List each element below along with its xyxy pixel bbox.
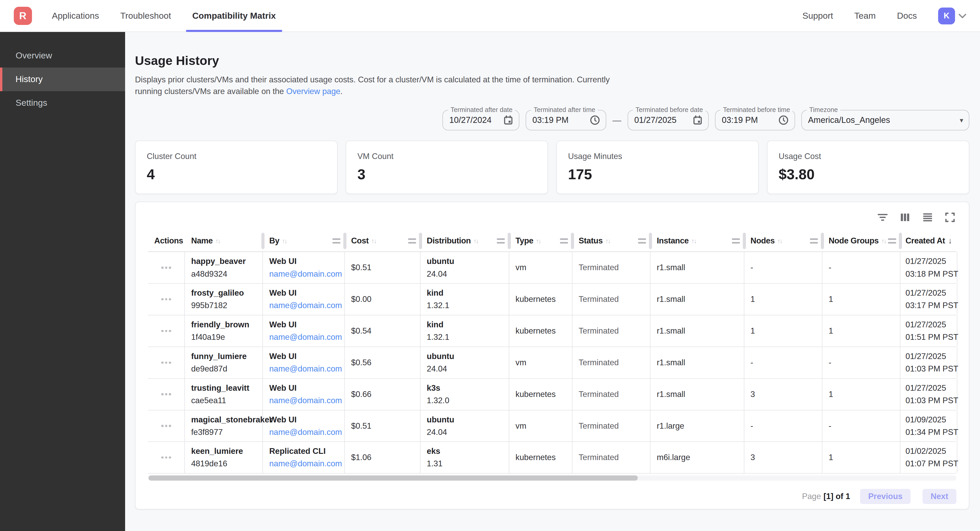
column-header-cost[interactable]: Cost ↑↓	[345, 230, 420, 252]
terminated-before-time-value[interactable]: 03:19 PM	[722, 115, 773, 125]
next-page-button[interactable]: Next	[923, 489, 956, 504]
column-resize-handle[interactable]	[560, 238, 568, 243]
creator-email-link[interactable]: name@domain.com	[269, 428, 344, 437]
sort-icon[interactable]: ↑↓	[282, 237, 286, 245]
sort-icon[interactable]: ↑↓	[215, 237, 220, 245]
sort-icon[interactable]: ↑↓	[881, 237, 886, 245]
sort-icon[interactable]: ↑↓	[777, 237, 782, 245]
row-actions-ellipsis-icon[interactable]	[154, 260, 178, 275]
table-row: magical_stonebrakerfe3f8977 Web UIname@d…	[148, 411, 956, 442]
column-resize-handle[interactable]	[497, 238, 505, 243]
column-resize-handle[interactable]	[408, 238, 416, 243]
filter-icon[interactable]	[877, 211, 889, 223]
previous-page-button[interactable]: Previous	[860, 489, 910, 504]
distribution-version: 1.31	[427, 459, 509, 468]
calendar-icon[interactable]	[503, 115, 513, 125]
fullscreen-icon[interactable]	[944, 211, 956, 223]
tab-applications[interactable]: Applications	[52, 0, 99, 32]
column-header-distribution[interactable]: Distribution ↑↓	[420, 230, 509, 252]
horizontal-scrollbar[interactable]	[148, 476, 956, 480]
columns-icon[interactable]	[899, 211, 912, 223]
sort-descending-icon[interactable]: ↓	[948, 236, 952, 246]
sort-icon[interactable]: ↑↓	[371, 237, 376, 245]
column-header-status[interactable]: Status ↑↓	[573, 230, 651, 252]
sidebar-item-overview[interactable]: Overview	[0, 44, 125, 67]
sort-icon[interactable]: ↑↓	[605, 237, 610, 245]
overview-page-link[interactable]: Overview page	[286, 87, 340, 96]
clock-icon[interactable]	[778, 115, 789, 125]
cluster-name: friendly_brown	[191, 320, 262, 329]
nodes-value: 1	[751, 295, 822, 304]
column-resize-handle[interactable]	[638, 238, 646, 243]
sort-icon[interactable]: ↑↓	[536, 237, 541, 245]
team-link[interactable]: Team	[854, 11, 876, 21]
column-header-name[interactable]: Name ↑↓	[185, 230, 263, 252]
calendar-icon[interactable]	[693, 115, 703, 125]
dropdown-caret-icon[interactable]: ▾	[960, 116, 963, 124]
sidebar-item-settings[interactable]: Settings	[0, 91, 125, 115]
terminated-before-date-value[interactable]: 01/27/2025	[634, 115, 688, 125]
terminated-after-date-field[interactable]: Terminated after date 10/27/2024	[442, 110, 519, 130]
terminated-before-time-field[interactable]: Terminated before time 03:19 PM	[715, 110, 795, 130]
timezone-select[interactable]: Timezone America/Los_Angeles ▾	[801, 110, 969, 130]
clock-icon[interactable]	[590, 115, 600, 125]
row-actions-ellipsis-icon[interactable]	[154, 292, 178, 307]
row-actions-ellipsis-icon[interactable]	[154, 355, 178, 370]
node-groups-value: 1	[829, 390, 900, 399]
topbar-right: Support Team Docs K	[802, 0, 966, 32]
row-actions-ellipsis-icon[interactable]	[154, 323, 178, 339]
distribution-name: k3s	[427, 384, 509, 393]
sort-icon[interactable]: ↑↓	[473, 237, 478, 245]
creator-email-link[interactable]: name@domain.com	[269, 269, 344, 279]
terminated-after-date-value[interactable]: 10/27/2024	[449, 115, 498, 125]
column-header-nodes[interactable]: Nodes ↑↓	[745, 230, 822, 252]
cluster-id: 995b7182	[191, 301, 262, 310]
column-resize-handle[interactable]	[810, 238, 818, 243]
tab-troubleshoot[interactable]: Troubleshoot	[120, 0, 171, 32]
top-navigation-bar: R Applications Troubleshoot Compatibilit…	[0, 0, 980, 32]
creator-email-link[interactable]: name@domain.com	[269, 333, 344, 342]
creator-email-link[interactable]: name@domain.com	[269, 459, 344, 468]
column-resize-handle[interactable]	[332, 238, 340, 243]
creator-email-link[interactable]: name@domain.com	[269, 301, 344, 310]
scrollbar-thumb[interactable]	[148, 476, 638, 480]
row-actions-ellipsis-icon[interactable]	[154, 387, 178, 402]
column-resize-handle[interactable]	[732, 238, 740, 243]
column-separator	[821, 233, 824, 249]
sort-icon[interactable]: ↑↓	[691, 237, 696, 245]
user-avatar[interactable]: K	[938, 8, 955, 24]
column-header-instance[interactable]: Instance ↑↓	[651, 230, 744, 252]
column-resize-handle[interactable]	[888, 238, 896, 243]
terminated-before-date-label: Terminated before date	[633, 106, 706, 114]
nodes-value: -	[751, 358, 822, 367]
creator-email-link[interactable]: name@domain.com	[269, 365, 344, 373]
sidebar-item-history[interactable]: History	[0, 68, 125, 91]
support-link[interactable]: Support	[802, 11, 833, 21]
terminated-after-time-value[interactable]: 03:19 PM	[532, 115, 584, 125]
status-value: Terminated	[579, 453, 650, 462]
column-header-created-at[interactable]: Created At ↓	[900, 230, 958, 252]
timezone-value[interactable]: America/Los_Angeles	[808, 115, 955, 125]
tab-compatibility-matrix[interactable]: Compatibility Matrix	[192, 0, 276, 32]
row-actions-ellipsis-icon[interactable]	[154, 418, 178, 434]
cluster-name: magical_stonebraker	[191, 415, 262, 424]
density-icon[interactable]	[921, 211, 934, 223]
row-actions-ellipsis-icon[interactable]	[154, 450, 178, 465]
column-separator	[649, 233, 652, 249]
type-value: vm	[515, 358, 572, 367]
terminated-after-time-field[interactable]: Terminated after time 03:19 PM	[526, 110, 606, 130]
column-separator	[508, 233, 511, 249]
table-body: happy_beavera48d9324 Web UIname@domain.c…	[148, 252, 956, 474]
docs-link[interactable]: Docs	[897, 11, 917, 21]
creator-email-link[interactable]: name@domain.com	[269, 396, 344, 405]
created-time: 03:17 PM PST	[905, 301, 957, 310]
column-header-by[interactable]: By ↑↓	[263, 230, 345, 252]
terminated-before-date-field[interactable]: Terminated before date 01/27/2025	[628, 110, 709, 130]
node-groups-value: -	[829, 358, 900, 367]
replicated-logo[interactable]: R	[14, 7, 32, 25]
status-value: Terminated	[579, 295, 650, 304]
terminated-after-date-label: Terminated after date	[448, 106, 515, 114]
account-chevron-down-icon[interactable]	[959, 14, 966, 19]
column-header-node-groups[interactable]: Node Groups ↑↓	[822, 230, 900, 252]
column-header-type[interactable]: Type ↑↓	[509, 230, 573, 252]
